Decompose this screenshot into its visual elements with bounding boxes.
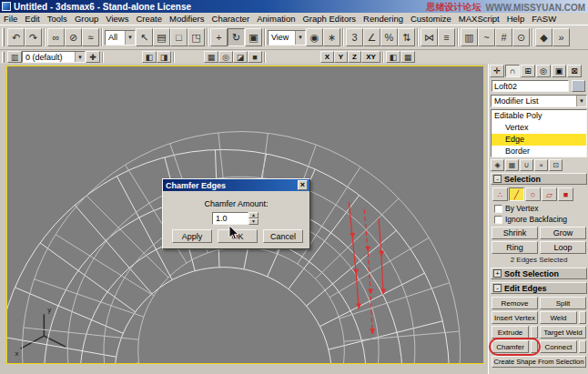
tab-utilities-icon[interactable]: ⊠ [567,65,582,77]
toolbar-grip[interactable] [2,28,5,46]
render-scene-icon[interactable]: ◆ [535,28,553,46]
axis-constraint-xy-button[interactable]: XY [361,51,380,63]
layers-icon[interactable]: ▥ [7,51,22,63]
modifier-list-dropdown[interactable]: Modifier List ▼ [491,95,587,107]
menu-help[interactable]: Help [503,14,529,24]
curve-editor-icon[interactable]: ~ [478,28,495,46]
by-vertex-checkbox[interactable] [494,205,502,213]
layer-dropdown[interactable]: 0 (default) ▼ [22,51,86,63]
configure-stack-icon[interactable]: ⊡ [549,159,563,171]
axis-constraint-y-button[interactable]: Y [334,51,348,63]
chamfer-amount-input[interactable]: 1.0 [212,212,248,225]
axis-constraint-z-button[interactable]: Z [348,51,361,63]
edit-edges-rollout-header[interactable]: - Edit Edges [491,282,587,294]
menu-tools[interactable]: Tools [44,14,71,24]
material-editor-icon[interactable]: ⊙ [512,28,530,46]
show-end-result-icon[interactable]: ▦ [505,159,519,171]
bind-spacewarp-icon[interactable]: ≈ [82,28,99,46]
new-layer-icon[interactable]: ✚ [86,51,100,63]
align-icon[interactable]: ≡ [438,28,455,46]
ring-button[interactable]: Ring [492,241,538,254]
pin-stack-icon[interactable]: ◈ [491,159,504,171]
selection-filter-dropdown[interactable]: All ▼ [105,30,136,45]
undo-icon[interactable]: ↶ [7,28,25,46]
extra-tool-icon[interactable]: ■ [248,51,262,63]
shrink-button[interactable]: Shrink [492,227,538,239]
selection-region-icon[interactable]: □ [170,28,188,46]
border-subobject-icon[interactable]: ○ [525,187,541,201]
select-by-name-icon[interactable]: ▤ [153,28,170,46]
snap-toggle-icon[interactable]: 3 [346,28,363,46]
cancel-button[interactable]: Cancel [263,229,303,243]
extra-tool-icon[interactable]: ◧ [142,51,157,63]
connect-button[interactable]: Connect [540,340,577,353]
object-name-field[interactable] [492,80,569,92]
object-color-swatch[interactable] [572,80,585,92]
remove-button[interactable]: Remove [492,297,538,309]
make-unique-icon[interactable]: ∪ [520,159,533,171]
tab-modify-icon[interactable]: ∩ [505,65,520,77]
quick-render-icon[interactable]: » [553,28,570,46]
weld-settings-button[interactable] [579,311,586,324]
edge-subobject-icon[interactable]: ╱ [509,187,524,201]
rollout-toggle-icon[interactable]: + [493,269,502,278]
stack-row-edge-selected[interactable]: Edge [492,134,586,146]
grow-button[interactable]: Grow [540,227,586,239]
apply-button[interactable]: Apply [172,229,212,243]
select-scale-icon[interactable]: ▣ [245,28,262,46]
menu-edit[interactable]: Edit [21,14,43,24]
use-pivot-center-icon[interactable]: ◉ [306,28,323,46]
create-shape-button[interactable]: Create Shape From Selection [492,356,586,368]
vertex-subobject-icon[interactable]: ∴ [492,187,508,201]
menu-graph-editors[interactable]: Graph Editors [299,14,360,24]
rollout-toggle-icon[interactable]: - [493,175,502,183]
select-link-icon[interactable]: ∞ [47,28,65,46]
angle-snap-icon[interactable]: ∠ [363,28,380,46]
ignore-backfacing-checkbox[interactable] [494,216,502,224]
element-subobject-icon[interactable]: ■ [558,187,573,201]
tab-hierarchy-icon[interactable]: ⊞ [521,65,535,77]
rollout-toggle-icon[interactable]: - [493,284,502,292]
percent-snap-icon[interactable]: % [380,28,398,46]
loop-button[interactable]: Loop [540,241,586,254]
soft-selection-rollout-header[interactable]: + Soft Selection [491,268,587,279]
menu-create[interactable]: Create [132,14,166,24]
menu-rendering[interactable]: Rendering [360,14,407,24]
unlink-icon[interactable]: ⊘ [65,28,82,46]
menu-views[interactable]: Views [102,14,132,24]
select-manipulate-icon[interactable]: ∗ [323,28,340,46]
menu-group[interactable]: Group [71,14,102,24]
insert-vertex-button[interactable]: Insert Vertex [492,311,538,324]
menu-animation[interactable]: Animation [253,14,299,24]
select-move-icon[interactable]: + [210,28,228,46]
polygon-subobject-icon[interactable]: ▱ [542,187,557,201]
extra-tool-icon[interactable]: ◎ [218,51,233,63]
tab-create-icon[interactable]: ✛ [490,65,504,77]
dialog-title-bar[interactable]: Chamfer Edges × [163,179,309,191]
extrude-settings-button[interactable] [531,326,538,339]
layer-manager-icon[interactable]: ▥ [461,28,478,46]
menu-file[interactable]: File [0,14,21,24]
extra-tool-icon[interactable]: ◨ [157,51,171,63]
reference-coordinate-dropdown[interactable]: View ▼ [268,30,306,45]
tab-motion-icon[interactable]: ◎ [536,65,551,77]
target-weld-button[interactable]: Target Weld [540,326,586,339]
spinner-up-icon[interactable]: ▲ [248,212,259,218]
extra-tool-icon[interactable]: ◧ [386,51,400,63]
split-button[interactable]: Split [540,297,586,309]
extra-tool-icon[interactable]: ◪ [233,51,248,63]
extra-tool-icon[interactable]: ▦ [204,51,218,63]
stack-row-vertex[interactable]: Vertex [492,122,586,134]
redo-icon[interactable]: ↷ [25,28,42,46]
stack-row-editable-poly[interactable]: Editable Poly [492,110,586,122]
connect-settings-button[interactable] [579,340,586,353]
menu-character[interactable]: Character [208,14,254,24]
stack-row-border[interactable]: Border [492,146,586,157]
menu-modifiers[interactable]: Modifiers [166,14,208,24]
select-rotate-icon[interactable]: ↻ [228,28,245,46]
mirror-icon[interactable]: ⋈ [421,28,438,46]
axis-constraint-x-button[interactable]: X [320,51,334,63]
window-crossing-icon[interactable]: ◳ [188,28,205,46]
select-object-icon[interactable]: ↖ [136,28,153,46]
tab-display-icon[interactable]: ▣ [552,65,566,77]
